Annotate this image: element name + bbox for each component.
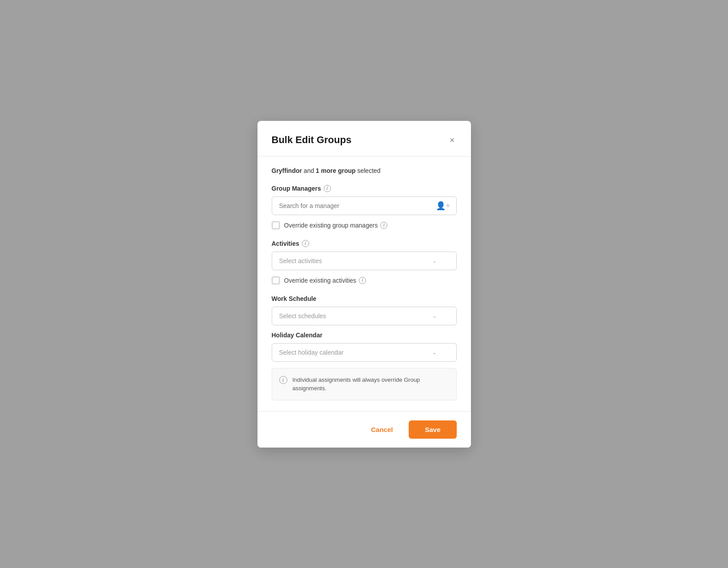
info-note: i Individual assignments will always ove… <box>272 368 457 400</box>
override-managers-checkbox[interactable] <box>272 221 280 229</box>
override-activities-label: Override existing activities i <box>284 277 366 284</box>
holiday-calendar-section: Holiday Calendar Select holiday calendar… <box>272 332 457 362</box>
selected-info-rest: and <box>304 167 316 174</box>
close-button[interactable]: × <box>448 133 457 147</box>
selected-more-groups: 1 more group <box>316 167 355 174</box>
modal-header: Bulk Edit Groups × <box>257 121 471 156</box>
group-managers-label: Group Managers i <box>272 185 457 192</box>
bulk-edit-modal: Bulk Edit Groups × Gryffindor and 1 more… <box>257 121 471 448</box>
info-note-text: Individual assignments will always overr… <box>293 376 449 393</box>
person-add-icon: 👤+ <box>436 201 450 211</box>
override-activities-info-icon: i <box>359 277 366 284</box>
selected-group-name: Gryffindor <box>272 167 302 174</box>
override-activities-row: Override existing activities i <box>272 276 457 284</box>
holiday-calendar-dropdown[interactable]: Select holiday calendar ⌄ <box>272 343 457 362</box>
override-managers-info-icon: i <box>380 222 387 229</box>
info-note-icon: i <box>279 376 287 384</box>
group-managers-section: Group Managers i 👤+ Override existing gr… <box>272 185 457 229</box>
modal-footer: Cancel Save <box>257 411 471 448</box>
modal-overlay[interactable]: Bulk Edit Groups × Gryffindor and 1 more… <box>0 0 728 568</box>
group-managers-info-icon: i <box>324 185 331 192</box>
manager-search-input[interactable] <box>272 196 457 215</box>
holiday-calendar-label: Holiday Calendar <box>272 332 457 339</box>
override-activities-checkbox[interactable] <box>272 276 280 284</box>
work-schedule-section: Work Schedule Select schedules ⌄ <box>272 295 457 325</box>
save-button[interactable]: Save <box>409 420 456 439</box>
override-managers-label: Override existing group managers i <box>284 222 388 229</box>
schedules-chevron-icon: ⌄ <box>432 313 437 319</box>
manager-search-wrapper: 👤+ <box>272 196 457 215</box>
holiday-calendar-placeholder: Select holiday calendar <box>279 349 344 356</box>
activities-dropdown[interactable]: Select activities ⌄ <box>272 252 457 270</box>
modal-title: Bulk Edit Groups <box>272 134 352 146</box>
selected-info-suffix: selected <box>357 167 380 174</box>
modal-body: Gryffindor and 1 more group selected Gro… <box>257 156 471 411</box>
activities-section: Activities i Select activities ⌄ Overrid… <box>272 240 457 284</box>
override-managers-row: Override existing group managers i <box>272 221 457 229</box>
schedules-placeholder: Select schedules <box>279 312 326 320</box>
schedules-dropdown[interactable]: Select schedules ⌄ <box>272 307 457 325</box>
activities-chevron-icon: ⌄ <box>432 258 437 264</box>
activities-info-icon: i <box>302 240 309 247</box>
cancel-button[interactable]: Cancel <box>362 421 402 438</box>
selected-info: Gryffindor and 1 more group selected <box>272 167 457 174</box>
holiday-calendar-chevron-icon: ⌄ <box>432 349 437 356</box>
activities-placeholder: Select activities <box>279 257 322 264</box>
work-schedule-label: Work Schedule <box>272 295 457 302</box>
activities-label: Activities i <box>272 240 457 247</box>
